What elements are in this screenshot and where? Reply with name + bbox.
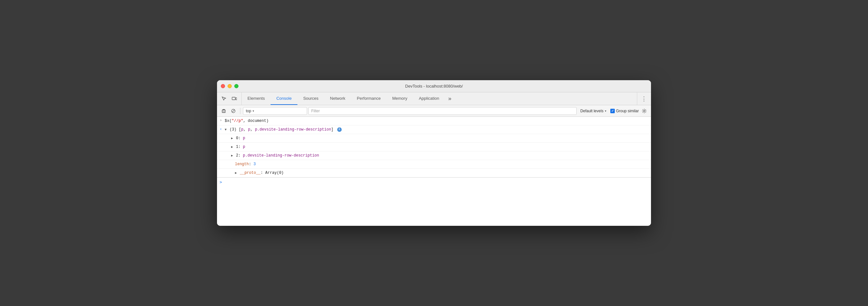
prompt-gutter: › [218, 118, 223, 122]
maximize-button[interactable] [234, 84, 239, 88]
console-input-line: > [217, 177, 651, 186]
array-item-2: p [248, 127, 250, 132]
console-result: ▼ (3) [p, p, p.devsite-landing-row-descr… [223, 127, 648, 133]
array-bracket-close: ] [331, 127, 333, 132]
no-messages-icon[interactable] [229, 107, 238, 115]
device-toolbar-icon[interactable] [230, 94, 239, 103]
svg-line-4 [232, 110, 235, 112]
array-item-1-row: ▶ 1: p [217, 143, 651, 151]
devtools-window: DevTools - localhost:8080/web/ Elements [217, 80, 651, 226]
expand-triangle-icon[interactable]: ▶ [231, 145, 233, 149]
traffic-lights [221, 84, 239, 88]
proto-label: __proto__ [240, 171, 260, 175]
item-1-gutter [225, 144, 230, 144]
svg-rect-1 [236, 98, 237, 100]
close-button[interactable] [221, 84, 225, 88]
toolbar-divider-1 [240, 108, 240, 114]
group-similar-label-container: Group similar [616, 109, 639, 113]
tab-bar-right: ⋮ [637, 92, 651, 105]
array-item-2-content: ▶ 2: p.devsite-landing-row-description [230, 153, 648, 159]
proto-value: Array(0) [265, 171, 284, 175]
console-input-field[interactable] [225, 180, 648, 185]
tab-bar-icons [217, 92, 242, 105]
chevron-down-icon: ▾ [253, 109, 254, 113]
tab-sources[interactable]: Sources [298, 92, 324, 105]
group-similar-checkbox[interactable]: ✓ [610, 109, 615, 113]
command-text: $x("//p", document) [225, 119, 269, 123]
array-item-1-content: ▶ 1: p [230, 144, 648, 150]
length-gutter [228, 161, 234, 162]
more-tabs-button[interactable]: » [445, 92, 455, 105]
item-2-gutter [225, 153, 230, 153]
console-command: $x("//p", document) [223, 118, 648, 124]
array-item-0-row: ▶ 0: p [217, 134, 651, 143]
minimize-button[interactable] [227, 84, 232, 88]
back-gutter: ‹ [218, 127, 223, 132]
filter-input[interactable] [308, 107, 577, 115]
back-arrow-icon: ‹ [220, 127, 222, 132]
expand-triangle-icon[interactable]: ▶ [231, 153, 233, 158]
tabs: Elements Console Sources Network Perform… [242, 92, 637, 105]
array-count: (3) [229, 127, 239, 132]
chevron-down-icon: ▾ [605, 109, 607, 113]
devtools-menu-button[interactable]: ⋮ [641, 95, 647, 102]
console-toolbar: top ▾ Default levels ▾ ✓ Group similar [217, 105, 651, 117]
length-value: 3 [253, 162, 256, 166]
array-item-0-content: ▶ 0: p [230, 135, 648, 141]
prompt-arrow-icon: › [220, 118, 222, 122]
item-0-gutter [225, 135, 230, 136]
proto-gutter [228, 170, 234, 170]
inspect-element-icon[interactable] [220, 94, 228, 103]
array-item-3: p.devsite-landing-row-description [255, 127, 331, 132]
item-0-value: p [243, 136, 245, 140]
length-content: length: 3 [234, 161, 648, 167]
length-colon: : [249, 162, 253, 166]
clear-console-button[interactable] [220, 107, 228, 115]
console-output: › $x("//p", document) ‹ ▼ (3) [p, p, p.d… [217, 117, 651, 226]
tab-bar: Elements Console Sources Network Perform… [217, 92, 651, 105]
log-levels-button[interactable]: Default levels ▾ [578, 107, 609, 115]
item-2-index: 2: [236, 153, 243, 158]
proto-row: ▶ __proto__: Array(0) [217, 169, 651, 177]
array-item-2-row: ▶ 2: p.devsite-landing-row-description [217, 151, 651, 160]
console-input-prompt: > [220, 179, 222, 185]
expand-triangle-icon[interactable]: ▶ [235, 171, 237, 175]
array-comma-2: , [250, 127, 255, 132]
checkmark-icon: ✓ [611, 109, 614, 113]
tab-memory[interactable]: Memory [386, 92, 413, 105]
tab-application[interactable]: Application [413, 92, 445, 105]
proto-colon: : [260, 171, 265, 175]
settings-gear-button[interactable] [640, 107, 648, 115]
svg-rect-0 [232, 97, 235, 100]
context-selector[interactable]: top ▾ [243, 107, 307, 115]
tab-network[interactable]: Network [324, 92, 351, 105]
tab-performance[interactable]: Performance [351, 92, 386, 105]
tab-elements[interactable]: Elements [242, 92, 271, 105]
array-comma-1: , [243, 127, 248, 132]
item-0-index: 0: [236, 136, 243, 140]
title-bar: DevTools - localhost:8080/web/ [217, 80, 651, 92]
proto-content: ▶ __proto__: Array(0) [234, 170, 648, 176]
window-title: DevTools - localhost:8080/web/ [405, 84, 463, 88]
svg-point-5 [644, 110, 645, 112]
collapse-triangle-icon[interactable]: ▼ [225, 127, 227, 132]
console-result-entry: ‹ ▼ (3) [p, p, p.devsite-landing-row-des… [217, 126, 651, 134]
item-2-value: p.devsite-landing-row-description [243, 153, 319, 158]
info-badge[interactable]: i [337, 127, 342, 132]
console-input-entry: › $x("//p", document) [217, 117, 651, 126]
item-1-index: 1: [236, 145, 243, 149]
length-row: length: 3 [217, 160, 651, 169]
tab-console[interactable]: Console [271, 92, 298, 105]
length-label: length [235, 162, 249, 166]
expand-triangle-icon[interactable]: ▶ [231, 136, 233, 141]
item-1-value: p [243, 145, 245, 149]
svg-rect-2 [222, 110, 225, 113]
